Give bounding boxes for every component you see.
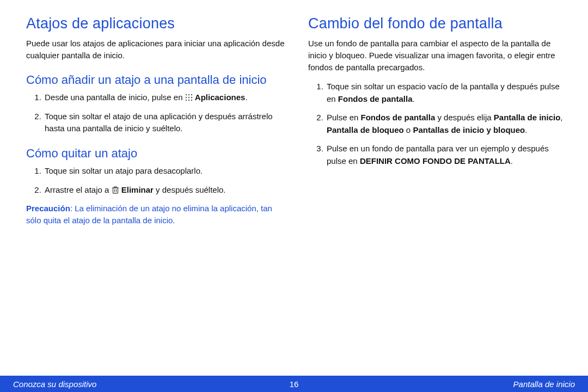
intro-shortcuts: Puede usar los atajos de aplicaciones pa…: [26, 38, 286, 62]
step-bold: Fondos de pantalla: [361, 113, 436, 122]
step-text: y después suéltelo.: [154, 185, 226, 194]
step-text: Desde una pantalla de inicio, pulse en: [45, 93, 185, 102]
heading-remove-shortcut: Cómo quitar un atajo: [26, 146, 286, 161]
heading-wallpaper: Cambio del fondo de pantalla: [308, 15, 568, 32]
svg-rect-9: [113, 188, 118, 193]
svg-point-0: [185, 94, 186, 95]
step-bold: Pantallas de inicio y bloqueo: [413, 125, 525, 134]
step-text: .: [245, 93, 247, 102]
heading-shortcuts: Atajos de aplicaciones: [26, 15, 286, 32]
step-bold: Fondos de pantalla: [338, 94, 413, 103]
step-bold: Eliminar: [121, 185, 154, 194]
wallpaper-steps: Toque sin soltar un espacio vacío de la …: [308, 81, 568, 167]
apps-icon: [185, 93, 193, 100]
svg-point-1: [188, 94, 189, 95]
caution-label: Precaución: [26, 204, 70, 213]
add-shortcut-steps: Desde una pantalla de inicio, pulse en A…: [26, 91, 286, 135]
svg-point-3: [185, 97, 186, 98]
heading-add-shortcut: Cómo añadir un atajo a una pantalla de i…: [26, 72, 286, 88]
intro-wallpaper: Use un fondo de pantalla para cambiar el…: [308, 38, 568, 73]
list-item: Toque sin soltar un atajo para desacopla…: [44, 165, 286, 177]
step-bold: Aplicaciones: [195, 93, 246, 102]
step-text: ,: [560, 113, 562, 122]
svg-point-2: [191, 94, 192, 95]
step-text: .: [511, 156, 513, 166]
svg-point-8: [191, 100, 192, 101]
list-item: Pulse en un fondo de pantalla para ver u…: [326, 143, 568, 167]
step-bold: Pantalla de inicio: [494, 113, 561, 122]
svg-point-6: [185, 100, 186, 101]
step-bold: DEFINIR COMO FONDO DE PANTALLA: [360, 156, 511, 166]
trash-icon: [112, 186, 119, 194]
svg-point-5: [191, 97, 192, 98]
footer-bar: Conozca su dispositivo 16 Pantalla de in…: [0, 376, 588, 392]
list-item: Toque sin soltar un espacio vacío de la …: [326, 81, 568, 105]
list-item: Toque sin soltar el atajo de una aplicac…: [44, 111, 286, 135]
caution-note: Precaución: La eliminación de un atajo n…: [26, 203, 286, 226]
step-text: y después elija: [435, 113, 494, 122]
page-number: 16: [290, 379, 299, 389]
left-column: Atajos de aplicaciones Puede usar los at…: [26, 15, 286, 226]
step-text: o: [404, 125, 413, 134]
step-text: Pulse en: [327, 113, 361, 122]
list-item: Desde una pantalla de inicio, pulse en A…: [44, 91, 286, 104]
step-text: Arrastre el atajo a: [45, 185, 112, 194]
remove-shortcut-steps: Toque sin soltar un atajo para desacopla…: [26, 165, 286, 196]
list-item: Arrastre el atajo a Eliminar y después s…: [44, 184, 286, 197]
footer-right: Pantalla de inicio: [513, 379, 575, 389]
svg-point-4: [188, 97, 189, 98]
step-text: .: [413, 94, 415, 103]
svg-point-7: [188, 100, 189, 101]
footer-left: Conozca su dispositivo: [13, 379, 96, 389]
step-text: .: [525, 125, 527, 134]
right-column: Cambio del fondo de pantalla Use un fond…: [308, 15, 568, 226]
step-bold: Pantalla de bloqueo: [327, 125, 404, 134]
list-item: Pulse en Fondos de pantalla y después el…: [326, 112, 568, 136]
